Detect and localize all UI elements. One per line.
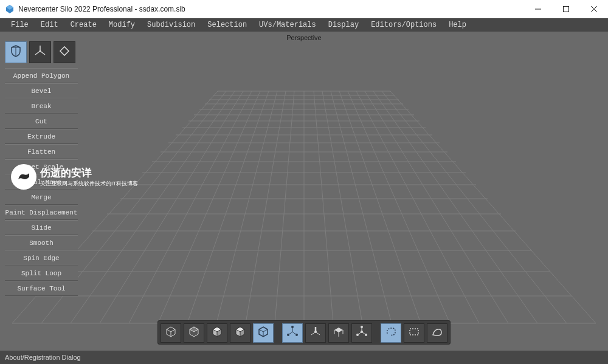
app-icon — [5, 4, 15, 14]
tool-cut[interactable]: Cut — [5, 114, 78, 129]
grid-plane — [0, 32, 608, 351]
maximize-button[interactable] — [552, 0, 580, 18]
sel-edge-icon — [309, 325, 322, 341]
shade-5-button[interactable] — [253, 323, 274, 343]
lasso-icon — [384, 325, 398, 341]
menu-selection[interactable]: Selection — [201, 20, 253, 30]
tool-split-loop[interactable]: Split Loop — [5, 266, 78, 281]
tool-panel: Append PolygonBevelBreakCutExtrudeFlatte… — [5, 41, 78, 296]
svg-rect-3 — [564, 7, 569, 12]
tool-surface-tool[interactable]: Surface Tool — [5, 281, 78, 296]
mode-row — [5, 41, 78, 63]
tool-smooth[interactable]: Smooth — [5, 235, 78, 250]
tool-inset-scale[interactable]: Inset Scale — [5, 159, 78, 174]
svg-line-30 — [100, 91, 243, 323]
svg-line-41 — [339, 91, 421, 323]
select-mode-button[interactable] — [5, 41, 27, 63]
shade-2-button[interactable] — [184, 323, 204, 343]
status-bar: About/Registration Dialog — [0, 351, 608, 364]
shield-icon — [9, 44, 22, 60]
svg-point-74 — [287, 334, 289, 336]
cube-outline-icon — [257, 325, 270, 341]
rotate-mode-button[interactable] — [54, 41, 75, 63]
svg-marker-80 — [334, 328, 343, 332]
menu-bar: FileEditCreateModifySubdivisionSelection… — [0, 18, 608, 32]
viewport-label: Perspective — [286, 34, 321, 41]
svg-point-51 — [40, 50, 41, 52]
tool-paint-displacement[interactable]: Paint Displacement — [5, 205, 78, 220]
menu-display[interactable]: Display — [322, 20, 365, 30]
svg-line-33 — [187, 91, 269, 323]
svg-line-40 — [331, 91, 392, 323]
tool-local-move[interactable]: Local Move — [5, 174, 78, 190]
tool-bevel[interactable]: Bevel — [5, 83, 78, 98]
menu-edit[interactable]: Edit — [35, 20, 64, 30]
svg-line-38 — [314, 91, 333, 323]
diamond-icon — [58, 44, 71, 60]
cube-dark-icon — [187, 325, 201, 341]
title-bar: Nevercenter Silo 2022 Professional - ssd… — [0, 0, 608, 18]
cube-solid2-icon — [233, 325, 247, 341]
svg-rect-52 — [60, 47, 69, 55]
tool-break[interactable]: Break — [5, 98, 78, 114]
svg-line-44 — [365, 91, 508, 323]
cube-solid-icon — [210, 325, 224, 341]
tool-flatten[interactable]: Flatten — [5, 144, 78, 159]
viewport[interactable]: Perspective Append PolygonBevelBreakCutE… — [0, 32, 608, 351]
paint-icon — [430, 325, 444, 341]
menu-uvs-materials[interactable]: UVs/Materials — [253, 20, 322, 30]
marquee-button[interactable] — [404, 323, 424, 343]
svg-line-55 — [167, 329, 171, 332]
svg-line-32 — [158, 91, 260, 323]
svg-point-79 — [314, 331, 317, 333]
svg-line-45 — [373, 91, 537, 323]
tool-spin-edge[interactable]: Spin Edge — [5, 250, 78, 266]
tool-append-polygon[interactable]: Append Polygon — [5, 68, 78, 83]
shade-1-button[interactable] — [161, 323, 181, 343]
status-text: About/Registration Dialog — [5, 354, 81, 361]
window-title: Nevercenter Silo 2022 Professional - ssd… — [18, 5, 185, 13]
shade-4-button[interactable] — [230, 323, 250, 343]
svg-point-87 — [361, 326, 363, 328]
sel-edge-button[interactable] — [305, 323, 326, 343]
svg-line-42 — [348, 91, 450, 323]
tool-extrude[interactable]: Extrude — [5, 129, 78, 144]
tool-list: Append PolygonBevelBreakCutExtrudeFlatte… — [5, 68, 78, 296]
svg-point-75 — [295, 334, 298, 336]
sel-vertex-button[interactable] — [282, 323, 303, 343]
menu-file[interactable]: File — [5, 20, 35, 30]
marquee-icon — [407, 325, 421, 341]
sel-face-button[interactable] — [328, 323, 349, 343]
svg-line-56 — [171, 329, 175, 332]
svg-line-47 — [390, 91, 596, 323]
paint-sel-button[interactable] — [427, 323, 447, 343]
svg-line-68 — [263, 329, 268, 332]
svg-line-43 — [356, 91, 479, 323]
svg-line-35 — [246, 91, 286, 323]
menu-create[interactable]: Create — [64, 20, 103, 30]
close-button[interactable] — [580, 0, 608, 18]
menu-editors-options[interactable]: Editors/Options — [365, 20, 443, 30]
svg-point-73 — [291, 326, 294, 328]
svg-point-90 — [361, 331, 363, 333]
menu-modify[interactable]: Modify — [103, 20, 141, 30]
shade-3-button[interactable] — [207, 323, 227, 343]
menu-subdivision[interactable]: Subdivision — [141, 20, 201, 30]
axes-icon — [33, 44, 47, 60]
lasso-button[interactable] — [381, 323, 401, 343]
move-mode-button[interactable] — [29, 41, 51, 63]
svg-point-88 — [356, 334, 359, 336]
sel-vertex-icon — [286, 325, 299, 341]
svg-line-46 — [382, 91, 567, 323]
bottom-toolbar — [157, 320, 451, 345]
svg-line-31 — [129, 91, 252, 323]
cube-wire-icon — [164, 325, 178, 341]
tool-slide[interactable]: Slide — [5, 220, 78, 235]
svg-line-39 — [322, 91, 362, 323]
sel-object-button[interactable] — [351, 323, 372, 343]
minimize-button[interactable] — [524, 0, 552, 18]
tool-merge[interactable]: Merge — [5, 190, 78, 205]
svg-line-34 — [216, 91, 277, 323]
svg-point-89 — [365, 334, 367, 336]
menu-help[interactable]: Help — [443, 20, 472, 30]
